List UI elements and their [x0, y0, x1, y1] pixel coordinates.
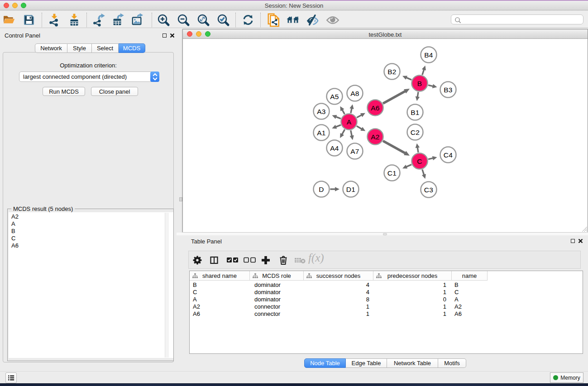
svg-text:B: B — [417, 80, 422, 87]
svg-text:A5: A5 — [330, 93, 339, 100]
svg-text:A8: A8 — [350, 90, 359, 97]
svg-text:A7: A7 — [350, 148, 359, 155]
svg-text:B1: B1 — [411, 109, 420, 116]
svg-text:A2: A2 — [371, 133, 380, 141]
svg-text:C4: C4 — [444, 151, 453, 159]
svg-text:A1: A1 — [317, 129, 326, 137]
svg-text:C1: C1 — [387, 169, 397, 177]
svg-text:A4: A4 — [330, 144, 339, 152]
svg-text:B3: B3 — [444, 86, 453, 94]
svg-text:A3: A3 — [317, 108, 326, 115]
svg-text:C3: C3 — [424, 186, 433, 194]
svg-text:C2: C2 — [411, 129, 420, 136]
svg-text:D: D — [319, 186, 324, 193]
svg-text:C: C — [417, 157, 422, 165]
svg-text:B4: B4 — [424, 51, 433, 59]
svg-text:A: A — [347, 118, 352, 126]
svg-text:B2: B2 — [387, 68, 397, 76]
svg-text:D1: D1 — [346, 186, 355, 193]
svg-text:A6: A6 — [371, 104, 380, 112]
